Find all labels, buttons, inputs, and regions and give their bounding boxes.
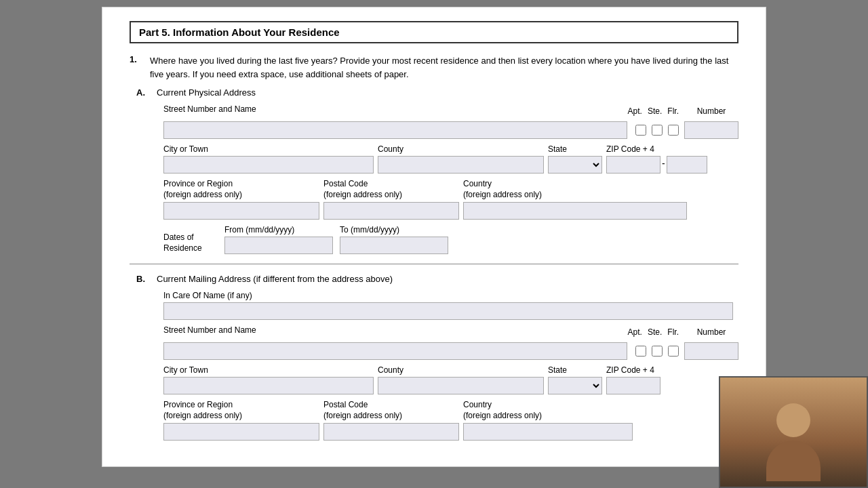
apt-number-input-b[interactable] [684, 342, 738, 360]
part-header: Part 5. Information About Your Residence [130, 21, 738, 43]
zip-dash-a: - [662, 158, 665, 171]
zip-input-b[interactable] [606, 377, 660, 394]
city-row-a: City or Town County State ZIP Code + 4 [163, 144, 738, 174]
zip-label-b: ZIP Code + 4 [606, 365, 660, 375]
incare-input-b[interactable] [163, 302, 733, 320]
question-1-row: 1. Where have you lived during the last … [130, 54, 738, 81]
country-input-b[interactable] [463, 423, 633, 441]
street-label-row-b: Street Number and Name Apt. Ste. Flr. Nu… [163, 325, 738, 337]
person-head [776, 403, 810, 437]
province-row-a: Province or Region (foreign address only… [163, 179, 738, 220]
city-input-b[interactable] [163, 377, 374, 394]
county-label-b: County [378, 365, 544, 375]
zip-group-b: ZIP Code + 4 [606, 365, 660, 394]
section-b-letter: B. [136, 274, 157, 284]
question-1-num: 1. [130, 54, 150, 81]
province-label-a: Province or Region (foreign address only… [163, 179, 319, 200]
street-field-group: Street Number and Name [163, 104, 624, 116]
county-label-a: County [378, 144, 544, 154]
dates-fields-a: From (mm/dd/yyyy) To (mm/dd/yyyy) [224, 225, 448, 254]
apt-checkboxes [635, 121, 738, 139]
province-row-b: Province or Region (foreign address only… [163, 400, 738, 441]
flr-col-label-b: Flr. [667, 327, 679, 337]
section-a-label: A. Current Physical Address [136, 87, 738, 98]
form-page: Part 5. Information About Your Residence… [102, 7, 766, 467]
ste-col: Ste. [648, 106, 662, 116]
zip-group-a: ZIP Code + 4 - [606, 144, 707, 174]
apt-number-input-a[interactable] [684, 121, 738, 139]
country-label-a: Country (foreign address only) [463, 179, 687, 200]
country-label-b: Country (foreign address only) [463, 400, 633, 421]
incare-label-b: In Care Of Name (if any) [163, 291, 738, 300]
country-group-a: Country (foreign address only) [463, 179, 687, 220]
apt-col-label-b: Apt. [628, 327, 642, 337]
person-body [766, 441, 821, 481]
province-group-a: Province or Region (foreign address only… [163, 179, 319, 220]
ste-checkbox-b[interactable] [652, 346, 663, 357]
street-input-row-b [163, 342, 738, 360]
section-a-letter: A. [136, 87, 157, 98]
section-a-title: Current Physical Address [157, 87, 256, 98]
postal-label-a: Postal Code (foreign address only) [323, 179, 459, 200]
question-1-text: Where have you lived during the last fiv… [150, 54, 738, 81]
county-group-b: County [378, 365, 544, 394]
apt-col: Apt. [628, 106, 642, 116]
state-group-a: State [548, 144, 602, 174]
street-label-row: Street Number and Name Apt. Ste. Flr. Nu… [163, 104, 738, 116]
country-input-a[interactable] [463, 202, 687, 220]
number-col: Number [684, 106, 738, 116]
apt-checkbox-a[interactable] [635, 125, 646, 136]
ste-checkbox-a[interactable] [652, 125, 663, 136]
to-label-a: To (mm/dd/yyyy) [340, 225, 448, 235]
postal-group-a: Postal Code (foreign address only) [323, 179, 459, 220]
flr-col-label: Flr. [667, 106, 679, 116]
county-group-a: County [378, 144, 544, 174]
province-input-a[interactable] [163, 202, 319, 220]
video-person [720, 378, 867, 487]
number-col-label-b: Number [684, 327, 738, 337]
postal-label-b: Postal Code (foreign address only) [323, 400, 459, 421]
ste-col-label: Ste. [648, 106, 662, 116]
video-overlay [719, 376, 868, 488]
state-select-b[interactable] [548, 377, 602, 394]
country-group-b: Country (foreign address only) [463, 400, 633, 441]
city-input-a[interactable] [163, 156, 374, 174]
street-label-b: Street Number and Name [163, 325, 624, 335]
from-group-a: From (mm/dd/yyyy) [224, 225, 333, 254]
state-label-a: State [548, 144, 602, 154]
street-input-a[interactable] [163, 121, 627, 139]
zip4-input-a[interactable] [667, 156, 707, 174]
city-label-a: City or Town [163, 144, 374, 154]
street-input-b[interactable] [163, 342, 627, 360]
postal-input-a[interactable] [323, 202, 459, 220]
section-a-form: Street Number and Name Apt. Ste. Flr. Nu… [163, 104, 738, 254]
apt-checkbox-b[interactable] [635, 346, 646, 357]
question-1-block: 1. Where have you lived during the last … [130, 54, 738, 441]
dates-label-a: Dates of Residence [163, 232, 218, 255]
state-label-b: State [548, 365, 602, 375]
from-input-a[interactable] [224, 237, 333, 254]
section-b-label: B. Current Mailing Address (if different… [136, 274, 738, 284]
county-input-b[interactable] [378, 377, 544, 394]
zip-input-a[interactable] [606, 156, 660, 174]
state-select-a[interactable] [548, 156, 602, 174]
number-col-label: Number [684, 106, 738, 116]
province-label-b: Province or Region (foreign address only… [163, 400, 319, 421]
street-label: Street Number and Name [163, 104, 624, 114]
dates-section-a: Dates of Residence From (mm/dd/yyyy) To … [163, 225, 738, 254]
apt-col-label: Apt. [628, 106, 642, 116]
section-b-form: In Care Of Name (if any) Street Number a… [163, 291, 738, 441]
province-group-b: Province or Region (foreign address only… [163, 400, 319, 441]
state-group-b: State [548, 365, 602, 394]
incare-group-b: In Care Of Name (if any) [163, 291, 738, 320]
province-input-b[interactable] [163, 423, 319, 441]
flr-checkbox-a[interactable] [668, 125, 679, 136]
flr-col: Flr. [667, 106, 679, 116]
flr-checkbox-b[interactable] [668, 346, 679, 357]
county-input-a[interactable] [378, 156, 544, 174]
postal-input-b[interactable] [323, 423, 459, 441]
to-input-a[interactable] [340, 237, 448, 254]
apt-headers-b: Apt. Ste. Flr. Number [628, 327, 738, 337]
person-figure [766, 403, 821, 481]
section-b-title: Current Mailing Address (if different fr… [157, 274, 393, 284]
